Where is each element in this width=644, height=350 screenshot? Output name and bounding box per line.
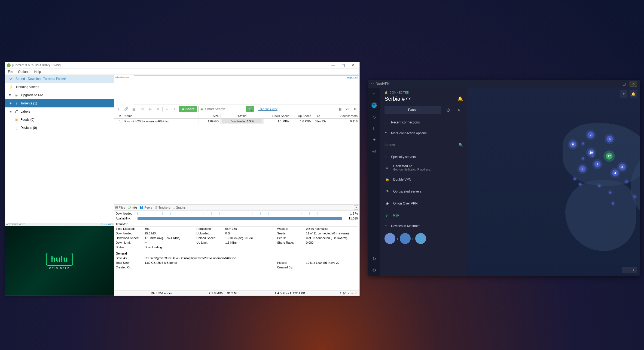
move-up-button[interactable]: ▲ — [164, 106, 170, 112]
map-pin[interactable]: 2 — [587, 131, 594, 138]
add-url-button[interactable]: 🔗 — [123, 106, 129, 112]
p2p[interactable]: ⇄P2P — [384, 210, 463, 221]
close-button[interactable]: ✕ — [630, 81, 637, 87]
sidebar-feeds[interactable]: ▣ Feeds (0) — [5, 116, 114, 124]
add-torrent-button[interactable]: ＋ — [115, 106, 122, 112]
more-options[interactable]: ⌃More connection options — [384, 129, 463, 138]
map-pin[interactable]: 3 — [579, 165, 586, 172]
start-button[interactable]: ▶ — [147, 106, 154, 112]
menu-help[interactable]: Help — [34, 70, 41, 74]
map-pin[interactable] — [573, 178, 576, 180]
refresh-button[interactable]: ↻ — [455, 106, 463, 114]
shield-icon[interactable]: ◇ — [371, 113, 377, 120]
col-status[interactable]: Status — [221, 113, 264, 118]
map-pin[interactable] — [609, 191, 612, 194]
move-down-button[interactable]: ▼ — [171, 106, 178, 112]
map-pin[interactable] — [591, 154, 594, 157]
map-pin[interactable] — [582, 157, 584, 160]
onion-over-vpn[interactable]: ◉Onion Over VPN — [384, 198, 463, 209]
promo-upgrade[interactable]: ⊞ ◉ Upgrade to Pro — [5, 91, 114, 99]
maximize-button[interactable]: ▢ — [619, 80, 630, 88]
world-map[interactable]: ⇪ 🔔 − + 256101723343262 — [467, 88, 640, 276]
specialty-header[interactable]: ⌃Specialty servers — [384, 153, 463, 161]
warn-icon[interactable]: ⚠ — [355, 291, 358, 295]
col-number[interactable]: # — [114, 113, 123, 118]
map-pin[interactable]: 3 — [619, 163, 626, 171]
map-pin[interactable] — [625, 180, 628, 183]
detail-pane-button[interactable]: ▭ — [344, 106, 351, 112]
map-pin[interactable]: 2 — [594, 161, 601, 168]
column-headers[interactable]: # Name Size Status Down Speed Up Speed E… — [114, 113, 359, 119]
file-icon[interactable]: ▯ — [371, 125, 377, 131]
sidebar-devices[interactable]: ▯ Devices (0) — [5, 124, 114, 132]
map-pin[interactable] — [633, 195, 636, 198]
col-down[interactable]: Down Speed — [264, 113, 291, 118]
mesh-icon[interactable]: ✦ — [371, 136, 377, 143]
col-seeds-peers[interactable]: Seeds/Peers — [332, 113, 359, 118]
power-button[interactable]: ⏻ — [444, 106, 452, 114]
double-vpn[interactable]: 🔒Double VPN — [384, 174, 463, 185]
utorrent-titlebar[interactable]: µTorrent 3.6 (build 47082) [32-bit] — ▢ … — [5, 62, 359, 69]
search-input[interactable] — [384, 143, 459, 147]
globe-avatar[interactable] — [415, 233, 426, 244]
recent-connections[interactable]: ⌄Recent connections — [384, 118, 463, 127]
dedicated-ip[interactable]: ⌂Dedicated IPGet your dedicated IP addre… — [384, 162, 463, 173]
collapse-button[interactable]: ▾ — [354, 205, 358, 210]
map-pin[interactable] — [598, 184, 601, 187]
bell-icon[interactable]: 🔔 — [457, 96, 463, 101]
obfuscated-servers[interactable]: 👁Obfuscated servers — [384, 186, 463, 197]
net-icon[interactable]: ● — [347, 291, 349, 295]
col-size[interactable]: Size — [199, 113, 221, 118]
zoom-in-button[interactable]: + — [630, 267, 637, 273]
maximize-button[interactable]: ▢ — [338, 62, 348, 68]
close-ad[interactable]: X — [111, 223, 113, 225]
search-box[interactable]: ◉ 🔍 — [198, 106, 254, 112]
nordvpn-titlebar[interactable]: ◠ NordVPN — ▢ ✕ — [368, 80, 640, 88]
remove-button[interactable]: 🗑 — [139, 106, 146, 112]
map-pin[interactable] — [582, 142, 584, 145]
map-pin[interactable] — [612, 202, 614, 205]
sidebar-torrents[interactable]: ⊞ ↓ Torrents (1) — [5, 99, 114, 107]
col-eta[interactable]: ETA — [313, 113, 332, 118]
history-icon[interactable]: ↻ — [371, 255, 377, 262]
search-input[interactable] — [205, 107, 246, 111]
search-button[interactable]: 🔍 — [246, 106, 254, 112]
avatar[interactable] — [384, 233, 395, 244]
pause-button[interactable]: Pause — [384, 106, 441, 114]
preferences-button[interactable]: ⚙ — [352, 106, 358, 112]
stop-button[interactable]: ■ — [155, 106, 161, 112]
share-map-button[interactable]: ⇪ — [620, 90, 627, 98]
twitter-icon[interactable]: 🐦 — [342, 291, 346, 295]
tab-peers[interactable]: 👥Peers — [140, 206, 152, 209]
avatar[interactable] — [400, 233, 411, 244]
map-pin[interactable]: 5 — [606, 135, 613, 143]
settings-icon[interactable]: ⚙ — [371, 267, 377, 273]
search-box[interactable]: 🔍 — [384, 141, 463, 149]
sidebar-labels[interactable]: ⊞ 🏷 Labels — [5, 107, 114, 116]
meshnet-header[interactable]: ⌃Devices in Meshnet — [384, 222, 463, 230]
map-pin[interactable]: 4 — [612, 169, 619, 176]
share-button[interactable]: ➦Share — [179, 106, 197, 112]
map-pin[interactable]: 17 — [606, 153, 613, 160]
minimize-button[interactable]: — — [608, 80, 619, 88]
menu-options[interactable]: Options — [18, 70, 29, 74]
home-icon[interactable]: ⌂ — [371, 91, 377, 97]
target-icon[interactable]: ◎ — [371, 148, 377, 154]
globe-icon[interactable]: 🌐 — [371, 102, 377, 109]
promo-speed[interactable]: ⟳ Speed - Download Torrents Faster! — [5, 75, 114, 83]
survey-link[interactable]: Take our survey — [258, 108, 277, 111]
torrent-row[interactable]: 1 linuxmint-20.1-cinnamon-64bit.iso 1.89… — [114, 119, 359, 124]
map-pin[interactable] — [579, 183, 582, 186]
facebook-icon[interactable]: f — [340, 291, 341, 295]
android-icon[interactable]: ▲ — [350, 291, 354, 295]
categories-button[interactable]: ▦ — [337, 106, 343, 112]
report-ad-link[interactable]: Report Ad — [101, 223, 111, 225]
tab-graphs[interactable]: ▁Graphs — [173, 206, 186, 209]
map-pin[interactable]: 6 — [569, 141, 576, 148]
col-up[interactable]: Up Speed — [291, 113, 313, 118]
menu-file[interactable]: File — [8, 70, 13, 74]
report-ad-link[interactable]: Report Ad — [347, 76, 358, 79]
hulu-ad[interactable]: hulu ORIGINALS — [5, 226, 114, 296]
tab-trackers[interactable]: ◎Trackers — [155, 206, 170, 209]
minimize-button[interactable]: — — [328, 62, 338, 68]
